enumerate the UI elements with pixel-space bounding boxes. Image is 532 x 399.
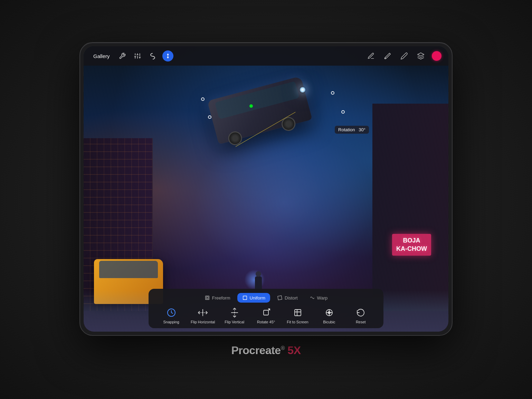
transform-actions: Snapping Flip Horizontal (155, 307, 377, 324)
bicubic-icon (323, 307, 335, 319)
transform-handle-tl[interactable] (201, 97, 205, 101)
flip-vertical-icon (229, 307, 240, 319)
reset-icon (355, 307, 367, 319)
warp-icon (310, 295, 315, 301)
color-picker-dot[interactable] (432, 51, 441, 61)
ipad-screen: BOJA KA-CHOW (84, 46, 448, 332)
transform-handle-tr[interactable] (331, 91, 334, 95)
wrench-icon[interactable] (117, 50, 128, 61)
reset-button[interactable]: Reset (349, 307, 373, 324)
svg-rect-16 (295, 310, 301, 316)
app-title: Procreate® 5X (231, 344, 301, 357)
uniform-icon (242, 295, 248, 301)
flip-horizontal-icon (197, 307, 209, 319)
top-toolbar: Gallery (84, 46, 448, 66)
svg-rect-12 (243, 296, 247, 300)
neon-sign-boja: BOJA KA-CHOW (392, 234, 431, 256)
fit-screen-button[interactable]: Fit to Screen (286, 307, 310, 324)
svg-marker-13 (278, 296, 282, 300)
adjustments-icon[interactable] (132, 50, 143, 61)
pen-icon[interactable] (365, 50, 377, 61)
mode-distort-button[interactable]: Distort (272, 293, 303, 303)
transform-modes: Freeform Uniform (155, 293, 377, 303)
brush-icon[interactable] (382, 50, 393, 61)
outer-background: BOJA KA-CHOW (0, 0, 532, 399)
transform-handle-br[interactable] (341, 110, 345, 114)
gallery-button[interactable]: Gallery (91, 52, 113, 60)
smudge-icon[interactable] (147, 50, 158, 61)
svg-marker-9 (418, 53, 424, 56)
bottom-toolbar: Freeform Uniform (149, 289, 383, 328)
mode-freeform-button[interactable]: Freeform (200, 293, 235, 303)
flip-vertical-button[interactable]: Flip Vertical (222, 307, 247, 324)
building-right (372, 104, 448, 311)
distort-icon (277, 295, 283, 301)
freeform-icon (205, 295, 210, 301)
toolbar-left: Gallery (91, 50, 173, 61)
transform-active-icon[interactable] (162, 50, 173, 61)
rotate45-button[interactable]: Rotate 45° (254, 307, 278, 324)
pencil-icon[interactable] (399, 50, 410, 61)
mode-warp-button[interactable]: Warp (305, 293, 333, 303)
snapping-icon (165, 307, 177, 319)
rotate45-icon (260, 307, 272, 319)
toolbar-right (365, 50, 441, 61)
svg-rect-15 (264, 310, 268, 315)
fit-screen-icon (292, 307, 304, 319)
transform-handle-bl[interactable] (208, 115, 211, 119)
ipad-device: BOJA KA-CHOW (79, 42, 453, 336)
layers-icon[interactable] (415, 50, 426, 61)
mode-uniform-button[interactable]: Uniform (237, 293, 270, 303)
snapping-button[interactable]: Snapping (159, 307, 183, 324)
rotation-indicator: Rotation 30° (335, 126, 369, 134)
bicubic-button[interactable]: Bicubic (317, 307, 341, 324)
svg-point-18 (328, 312, 330, 314)
canvas-area[interactable]: BOJA KA-CHOW (84, 46, 448, 332)
svg-rect-10 (206, 296, 209, 300)
flip-horizontal-button[interactable]: Flip Horizontal (191, 307, 215, 324)
transform-handle-green[interactable] (249, 104, 253, 108)
svg-rect-11 (206, 297, 208, 298)
